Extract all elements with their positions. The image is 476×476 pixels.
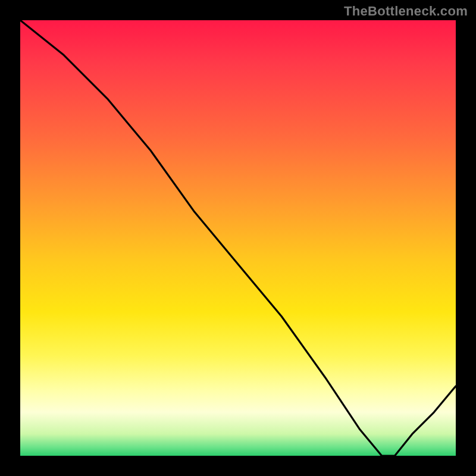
chart-plot-area: [20, 20, 456, 456]
bottleneck-curve: [20, 20, 456, 456]
watermark-text: TheBottleneck.com: [344, 4, 468, 19]
